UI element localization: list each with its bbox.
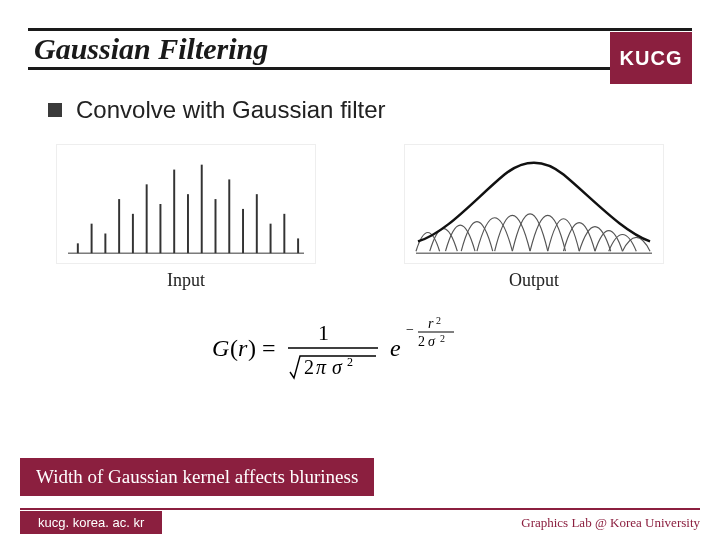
content-area: Convolve with Gaussian filter (48, 96, 672, 291)
logo-badge: KUCG (610, 32, 692, 84)
output-curve (418, 163, 650, 242)
output-plot-col: Output (404, 144, 664, 291)
input-plot-col: Input (56, 144, 316, 291)
bullet-row: Convolve with Gaussian filter (48, 96, 672, 124)
svg-text:σ: σ (332, 356, 343, 378)
square-bullet-icon (48, 103, 62, 117)
svg-text:r: r (238, 335, 248, 361)
footer: kucg. korea. ac. kr Graphics Lab @ Korea… (20, 511, 700, 534)
input-signal-plot (56, 144, 316, 264)
input-caption: Input (167, 270, 205, 291)
plots-row: Input (48, 144, 672, 291)
footer-url: kucg. korea. ac. kr (20, 511, 162, 534)
svg-text:): ) (248, 335, 256, 361)
svg-text:σ: σ (428, 334, 436, 349)
footer-rule (20, 508, 700, 510)
title-bar: Gaussian Filtering (28, 28, 692, 70)
svg-text:−: − (406, 322, 414, 337)
svg-text:π: π (316, 356, 327, 378)
svg-text:1: 1 (318, 320, 329, 345)
gaussian-equation: G ( r ) = 1 2 π σ 2 e − r 2 2 σ 2 (210, 312, 510, 392)
output-caption: Output (509, 270, 559, 291)
svg-text:2: 2 (347, 355, 353, 369)
callout-box: Width of Gaussian kernel affects blurine… (20, 458, 374, 496)
svg-text:2: 2 (304, 356, 314, 378)
svg-text:=: = (262, 335, 276, 361)
svg-text:(: ( (230, 335, 238, 361)
svg-text:G: G (212, 335, 229, 361)
page-title: Gaussian Filtering (28, 32, 268, 66)
bullet-text: Convolve with Gaussian filter (76, 96, 385, 124)
svg-text:2: 2 (418, 334, 425, 349)
svg-text:r: r (428, 316, 434, 331)
footer-credit: Graphics Lab @ Korea University (521, 515, 700, 531)
slide: Gaussian Filtering KUCG Convolve with Ga… (0, 0, 720, 540)
svg-text:2: 2 (440, 333, 445, 344)
svg-text:2: 2 (436, 315, 441, 326)
svg-text:e: e (390, 335, 401, 361)
output-signal-plot (404, 144, 664, 264)
